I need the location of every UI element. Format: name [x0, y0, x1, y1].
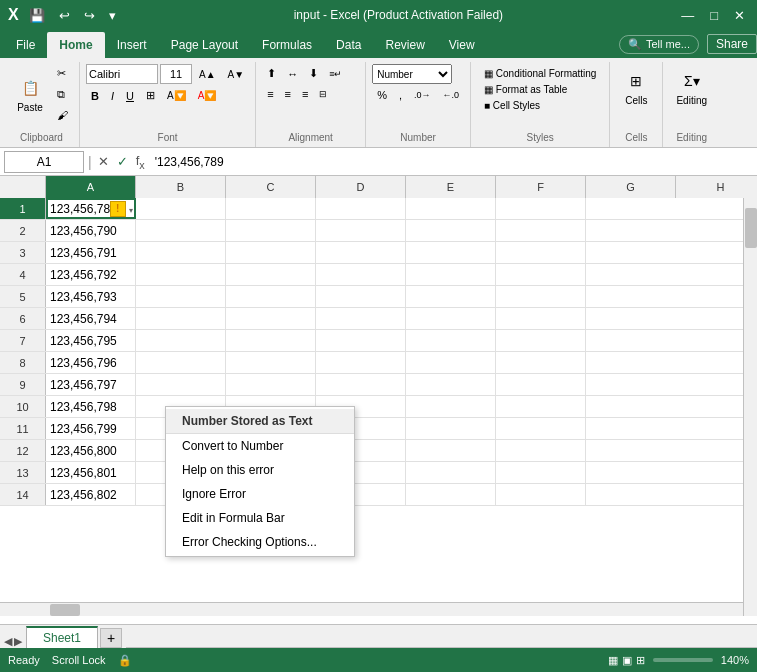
- underline-button[interactable]: U: [121, 87, 139, 105]
- sheet-tab-sheet1[interactable]: Sheet1: [26, 626, 98, 648]
- cell-C1[interactable]: [226, 198, 316, 219]
- tab-file[interactable]: File: [4, 32, 47, 58]
- row-header-10[interactable]: 10: [0, 396, 46, 417]
- font-name-input[interactable]: [86, 64, 158, 84]
- row-header-12[interactable]: 12: [0, 440, 46, 461]
- tell-me-input[interactable]: 🔍 Tell me...: [619, 35, 699, 54]
- col-header-B[interactable]: B: [136, 176, 226, 198]
- cell-E1[interactable]: [406, 198, 496, 219]
- horizontal-scrollbar[interactable]: [0, 602, 743, 616]
- scrollbar-thumb[interactable]: [745, 208, 757, 248]
- error-checking-options-item[interactable]: Error Checking Options...: [166, 530, 354, 554]
- tab-review[interactable]: Review: [373, 32, 436, 58]
- hscrollbar-thumb[interactable]: [50, 604, 80, 616]
- editing-button[interactable]: Σ▾ Editing: [669, 64, 714, 111]
- conditional-formatting-button[interactable]: ▦ Conditional Formatting: [479, 66, 601, 81]
- redo-icon[interactable]: ↪: [80, 8, 99, 23]
- edit-formula-bar-item[interactable]: Edit in Formula Bar: [166, 506, 354, 530]
- cell-D1[interactable]: [316, 198, 406, 219]
- comma-button[interactable]: ,: [394, 86, 407, 104]
- row-header-2[interactable]: 2: [0, 220, 46, 241]
- view-layout-icon[interactable]: ▣: [622, 654, 632, 667]
- cell-A10[interactable]: 123,456,798: [46, 396, 136, 417]
- close-button[interactable]: ✕: [730, 8, 749, 23]
- help-on-error-item[interactable]: Help on this error: [166, 458, 354, 482]
- confirm-formula-icon[interactable]: ✓: [115, 154, 130, 169]
- view-pagebreak-icon[interactable]: ⊞: [636, 654, 645, 667]
- row-header-4[interactable]: 4: [0, 264, 46, 285]
- vertical-scrollbar[interactable]: [743, 198, 757, 616]
- row-header-6[interactable]: 6: [0, 308, 46, 329]
- col-header-A[interactable]: A: [46, 176, 136, 198]
- tab-page-layout[interactable]: Page Layout: [159, 32, 250, 58]
- row-header-7[interactable]: 7: [0, 330, 46, 351]
- align-top-button[interactable]: ⬆: [262, 64, 281, 83]
- copy-button[interactable]: ⧉: [52, 85, 73, 104]
- save-icon[interactable]: 💾: [25, 8, 49, 23]
- row-header-5[interactable]: 5: [0, 286, 46, 307]
- cell-F1[interactable]: [496, 198, 586, 219]
- insert-function-icon[interactable]: fx: [134, 153, 147, 171]
- formula-input[interactable]: [151, 151, 753, 173]
- cell-A14[interactable]: 123,456,802: [46, 484, 136, 505]
- maximize-button[interactable]: □: [706, 8, 722, 23]
- col-header-D[interactable]: D: [316, 176, 406, 198]
- cell-A9[interactable]: 123,456,797: [46, 374, 136, 395]
- tab-insert[interactable]: Insert: [105, 32, 159, 58]
- tab-home[interactable]: Home: [47, 32, 104, 58]
- col-header-G[interactable]: G: [586, 176, 676, 198]
- col-header-E[interactable]: E: [406, 176, 496, 198]
- font-color-button[interactable]: A🔽: [193, 87, 222, 104]
- row-header-14[interactable]: 14: [0, 484, 46, 505]
- paste-button[interactable]: 📋 Paste: [10, 71, 50, 118]
- align-bottom-button[interactable]: ⬇: [304, 64, 323, 83]
- col-header-H[interactable]: H: [676, 176, 757, 198]
- error-indicator[interactable]: ! ▾: [108, 201, 133, 217]
- decrease-decimal-button[interactable]: ←.0: [438, 86, 465, 104]
- border-button[interactable]: ⊞: [141, 86, 160, 105]
- cancel-formula-icon[interactable]: ✕: [96, 154, 111, 169]
- zoom-slider[interactable]: [653, 658, 713, 662]
- cell-A8[interactable]: 123,456,796: [46, 352, 136, 373]
- italic-button[interactable]: I: [106, 87, 119, 105]
- tab-data[interactable]: Data: [324, 32, 373, 58]
- align-center-button[interactable]: ≡: [280, 85, 296, 103]
- col-header-C[interactable]: C: [226, 176, 316, 198]
- cell-G1[interactable]: [586, 198, 757, 219]
- row-header-11[interactable]: 11: [0, 418, 46, 439]
- cell-A6[interactable]: 123,456,794: [46, 308, 136, 329]
- format-painter-button[interactable]: 🖌: [52, 106, 73, 124]
- cell-A7[interactable]: 123,456,795: [46, 330, 136, 351]
- percent-button[interactable]: %: [372, 86, 392, 104]
- cell-A1[interactable]: 123,456,789 ! ▾: [46, 198, 136, 219]
- scroll-sheets-right[interactable]: ▶: [14, 635, 22, 648]
- font-size-input[interactable]: [160, 64, 192, 84]
- minimize-button[interactable]: —: [677, 8, 698, 23]
- merge-button[interactable]: ⊟: [314, 85, 332, 103]
- row-header-3[interactable]: 3: [0, 242, 46, 263]
- bold-button[interactable]: B: [86, 87, 104, 105]
- align-middle-button[interactable]: ↔: [282, 64, 303, 83]
- wrap-text-button[interactable]: ≡↵: [324, 64, 347, 83]
- cell-B2[interactable]: [136, 220, 226, 241]
- number-format-select[interactable]: Number General Currency: [372, 64, 452, 84]
- ignore-error-item[interactable]: Ignore Error: [166, 482, 354, 506]
- col-header-F[interactable]: F: [496, 176, 586, 198]
- format-as-table-button[interactable]: ▦ Format as Table: [479, 82, 601, 97]
- align-left-button[interactable]: ≡: [262, 85, 278, 103]
- row-header-9[interactable]: 9: [0, 374, 46, 395]
- cut-button[interactable]: ✂: [52, 64, 73, 83]
- error-icon[interactable]: !: [110, 201, 126, 217]
- customize-qat-icon[interactable]: ▾: [105, 8, 120, 23]
- decrease-font-button[interactable]: A▼: [223, 66, 250, 83]
- cell-A2[interactable]: 123,456,790: [46, 220, 136, 241]
- cell-styles-button[interactable]: ■ Cell Styles: [479, 98, 601, 113]
- tab-formulas[interactable]: Formulas: [250, 32, 324, 58]
- row-header-8[interactable]: 8: [0, 352, 46, 373]
- align-right-button[interactable]: ≡: [297, 85, 313, 103]
- convert-to-number-item[interactable]: Convert to Number: [166, 434, 354, 458]
- cell-B1[interactable]: [136, 198, 226, 219]
- fill-color-button[interactable]: A🔽: [162, 87, 191, 104]
- cell-A11[interactable]: 123,456,799: [46, 418, 136, 439]
- tab-view[interactable]: View: [437, 32, 487, 58]
